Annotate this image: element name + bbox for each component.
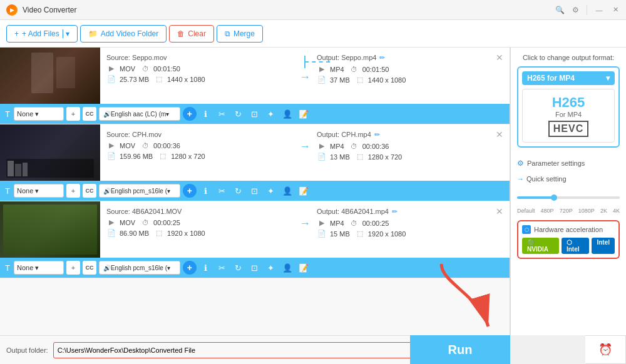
edit-icon[interactable]: ✏	[392, 208, 398, 216]
rotate-button[interactable]: ↻	[232, 184, 245, 198]
info-button[interactable]: ℹ	[199, 261, 213, 275]
audio-select[interactable]: 🔊 English pcm_s16le ( ▾	[99, 184, 180, 198]
info-button[interactable]: ℹ	[199, 184, 213, 198]
subtitle-select[interactable]: None ▾	[14, 261, 64, 275]
add-subtitle-button[interactable]: +	[66, 184, 80, 198]
res-icon: ⬚	[158, 152, 168, 160]
watermark-button[interactable]: 👤	[280, 184, 294, 198]
add-audio-button[interactable]: +	[183, 184, 197, 198]
info-button[interactable]: ℹ	[199, 107, 213, 121]
out-duration: 00:00:36	[362, 143, 389, 150]
src-format: MOV	[120, 65, 135, 73]
rotate-button[interactable]: ↻	[232, 261, 245, 275]
alarm-icon: ⏰	[598, 343, 612, 356]
minimize-button[interactable]: —	[595, 6, 603, 14]
out-res-icon: ⬚	[355, 230, 365, 238]
subtitle-add-button[interactable]: 📝	[297, 107, 310, 121]
edit-icon[interactable]: ✏	[379, 54, 385, 62]
effect-button[interactable]: ✦	[264, 184, 278, 198]
close-file-button[interactable]: ✕	[496, 53, 503, 63]
subtitle-select[interactable]: None ▾	[14, 184, 64, 198]
out-format: MP4	[330, 143, 344, 150]
rotate-button[interactable]: ↻	[232, 107, 245, 121]
crop-button[interactable]: ⊡	[248, 261, 262, 275]
res-icon: ⬚	[154, 75, 164, 83]
subtitle-dropdown: ▾	[35, 264, 39, 272]
param-label: Parameter settings	[527, 159, 585, 167]
size-row: 📄 25.73 MB	[106, 75, 149, 83]
effect-button[interactable]: ✦	[264, 107, 278, 121]
merge-button[interactable]: ⧉ Merge	[217, 25, 263, 43]
close-button[interactable]: ✕	[611, 6, 620, 14]
settings-icon[interactable]: ⚙	[572, 6, 579, 14]
out-format-row: ▶ MP4	[317, 65, 344, 73]
parameter-settings-button[interactable]: ⚙ Parameter settings	[517, 159, 620, 168]
slider-labels: Default 480P 720P 1080P 2K 4K	[517, 208, 620, 214]
crop-button[interactable]: ⊡	[248, 184, 262, 198]
add-icon: +	[14, 29, 19, 38]
audio-dropdown: ▾	[167, 265, 170, 271]
format-row: ▶ MOV	[106, 218, 135, 226]
alarm-button[interactable]: ⏰	[585, 335, 626, 364]
format-label: Click to change output format:	[517, 54, 620, 61]
scissors-button[interactable]: ✂	[215, 261, 229, 275]
source-section: Source: 4B6A2041.MOV ▶ MOV ⏱ 00:00:25	[106, 207, 293, 240]
out-size: 13 MB	[330, 153, 350, 161]
out-duration: 00:01:50	[362, 66, 389, 73]
add-dropdown-arrow[interactable]: ▾	[63, 29, 69, 38]
add-folder-button[interactable]: 📁 Add Video Folder	[80, 25, 167, 43]
add-subtitle-button[interactable]: +	[66, 261, 80, 275]
clear-button[interactable]: 🗑 Clear	[169, 25, 214, 43]
output-path-input[interactable]	[54, 346, 452, 354]
audio-track: English pcm_s16le (	[111, 265, 167, 271]
nvidia-text: NVIDIA	[527, 246, 548, 253]
file-row: Source: Seppo.mov ▶ MOV ⏱ 00:01:50	[0, 48, 510, 104]
file-info: Source: Seppo.mov ▶ MOV ⏱ 00:01:50	[100, 48, 510, 104]
out-res-row: ⬚ 1280 x 720	[355, 153, 402, 161]
add-audio-button[interactable]: +	[183, 261, 197, 275]
close-file-button[interactable]: ✕	[496, 129, 503, 139]
subtitle-add-button[interactable]: 📝	[297, 184, 310, 198]
format-top: H265	[528, 94, 609, 111]
add-files-button[interactable]: + + Add Files ▾	[6, 25, 78, 43]
add-subtitle-button[interactable]: +	[66, 107, 80, 121]
scissors-button[interactable]: ✂	[215, 184, 229, 198]
cc-button[interactable]: CC	[83, 107, 96, 121]
subtitle-add-button[interactable]: 📝	[297, 261, 310, 275]
cc-button[interactable]: CC	[83, 261, 96, 275]
subtitle-none: None	[17, 110, 33, 118]
format-select-button[interactable]: H265 for MP4 ▾	[522, 71, 615, 85]
source-details-2: 📄 86.90 MB ⬚ 1920 x 1080	[106, 229, 293, 240]
quality-slider[interactable]	[517, 191, 620, 204]
subtitle-select[interactable]: None ▾	[14, 107, 64, 121]
watermark-button[interactable]: 👤	[280, 261, 294, 275]
format-preview: H265 For MP4 HEVC	[522, 89, 615, 143]
res-icon: ⬚	[154, 229, 164, 237]
add-audio-button[interactable]: +	[183, 107, 197, 121]
slider-thumb[interactable]	[551, 195, 557, 201]
search-icon[interactable]: 🔍	[555, 6, 565, 14]
edit-icon[interactable]: ✏	[374, 131, 380, 139]
main-area: Source: Seppo.mov ▶ MOV ⏱ 00:01:50	[0, 48, 626, 335]
close-file-button[interactable]: ✕	[496, 206, 503, 216]
crop-button[interactable]: ⊡	[248, 107, 262, 121]
res-row: ⬚ 1280 x 720	[158, 152, 205, 160]
watermark-button[interactable]: 👤	[280, 107, 294, 121]
clock-icon: ⏱	[140, 219, 150, 226]
scissors-button[interactable]: ✂	[215, 107, 229, 121]
output-details-2: 📄 37 MB ⬚ 1440 x 1080	[317, 76, 503, 86]
audio-select[interactable]: 🔊 English pcm_s16le ( ▾	[99, 261, 180, 275]
src-size: 25.73 MB	[120, 76, 149, 83]
file-info: Source: 4B6A2041.MOV ▶ MOV ⏱ 00:00:25	[100, 201, 510, 258]
audio-select[interactable]: 🔊 English aac (LC) (m ▾	[99, 107, 180, 121]
res-row: ⬚ 1440 x 1080	[154, 75, 205, 83]
out-size: 37 MB	[330, 76, 350, 84]
run-button[interactable]: Run	[410, 335, 510, 364]
src-format: MOV	[120, 219, 135, 226]
effect-button[interactable]: ✦	[264, 261, 278, 275]
arrow-right-icon: →	[299, 140, 310, 153]
cc-button[interactable]: CC	[83, 184, 96, 198]
format-badge: HEVC	[548, 121, 588, 137]
source-section: Source: Seppo.mov ▶ MOV ⏱ 00:01:50	[106, 53, 293, 86]
label-default: Default	[517, 208, 535, 214]
